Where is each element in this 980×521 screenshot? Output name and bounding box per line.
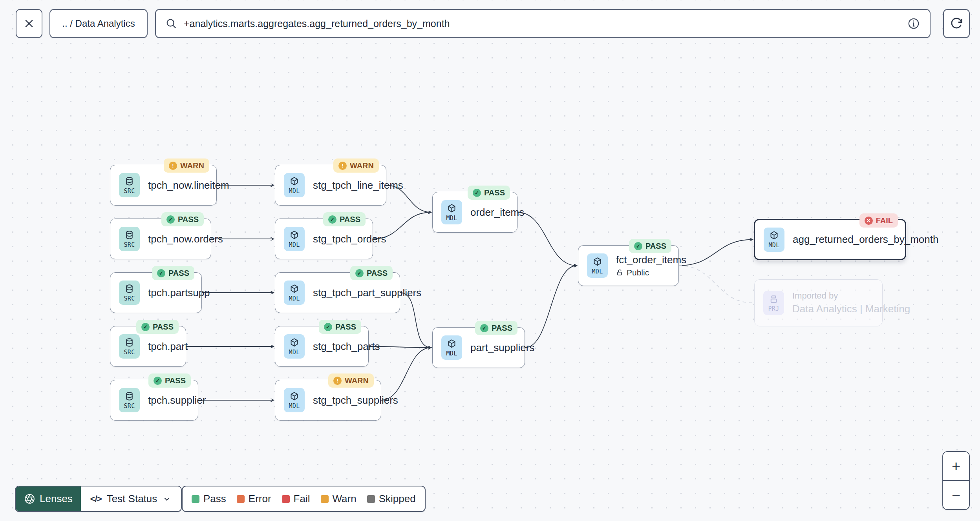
graph-node-tpch_partsupp[interactable]: ✓PASSSRCtpch.partsupp [110, 272, 202, 313]
node-title: tpch_now.orders [148, 233, 202, 245]
node-type-label: MDL [289, 403, 300, 410]
node-type-box: MDL [441, 200, 462, 224]
status-dot-icon: ✓ [328, 215, 336, 224]
node-content: stg_tpch_part_suppliers [313, 287, 391, 299]
zoom-out-button[interactable]: − [943, 481, 969, 509]
graph-node-stg_tpch_line_items[interactable]: !WARNMDLstg_tpch_line_items [275, 165, 386, 206]
status-label: WARN [180, 161, 204, 170]
node-title: stg_tpch_part_suppliers [313, 287, 391, 299]
graph-node-stg_tpch_suppliers[interactable]: !WARNMDLstg_tpch_suppliers [275, 380, 381, 421]
cube-icon [289, 337, 300, 348]
legend-item-skipped: Skipped [367, 493, 416, 505]
status-badge: !WARN [164, 158, 209, 173]
node-type-box: SRC [119, 173, 140, 197]
graph-node-part_suppliers[interactable]: ✓PASSMDLpart_suppliers [432, 327, 525, 368]
node-type-box: SRC [119, 281, 140, 305]
lenses-label: Lenses [40, 493, 73, 505]
edge-stg_tpch_suppliers-to-part_suppliers [381, 348, 431, 400]
node-type-label: MDL [446, 215, 457, 222]
status-label: PASS [367, 269, 388, 278]
node-content: stg_tpch_suppliers [313, 394, 372, 406]
node-content: fct_order_itemsPublic [616, 254, 670, 277]
legend-item-pass: Pass [192, 493, 226, 505]
graph-node-tpch_part[interactable]: ✓PASSSRCtpch.part [110, 326, 186, 367]
node-ghost-caption: Imported by [792, 291, 874, 301]
status-label: PASS [645, 242, 666, 251]
node-type-label: SRC [124, 188, 135, 195]
zoom-in-button[interactable]: + [943, 452, 969, 481]
database-icon [124, 391, 135, 402]
status-label: PASS [492, 324, 512, 333]
lens-selector[interactable]: </> Test Status [81, 486, 181, 511]
graph-node-stg_tpch_part_suppliers[interactable]: ✓PASSMDLstg_tpch_part_suppliers [275, 272, 400, 313]
node-type-box: MDL [587, 253, 608, 278]
legend-swatch [237, 495, 245, 503]
graph-node-fct_order_items[interactable]: ✓PASSMDLfct_order_itemsPublic [578, 245, 679, 286]
status-badge: ✓PASS [136, 320, 179, 334]
node-title: fct_order_items [616, 254, 670, 266]
node-title: stg_tpch_line_items [313, 179, 377, 191]
status-badge: ✓PASS [161, 212, 204, 226]
graph-node-agg_returned_orders_by_month[interactable]: ✕FAILMDLagg_returned_orders_by_month [754, 219, 906, 260]
legend-item-fail: Fail [282, 493, 310, 505]
node-type-box: MDL [764, 228, 784, 252]
graph-node-stg_tpch_parts[interactable]: ✓PASSMDLstg_tpch_parts [275, 326, 369, 367]
node-content: stg_tpch_parts [313, 341, 360, 353]
status-dot-icon: ! [333, 377, 342, 385]
node-type-label: SRC [124, 403, 135, 410]
status-label: PASS [335, 322, 356, 332]
lenses-control: Lenses </> Test Status [15, 486, 182, 512]
status-dot-icon: ✓ [634, 242, 642, 250]
status-label: FAIL [876, 216, 893, 225]
chevron-down-icon [162, 494, 172, 504]
node-type-label: MDL [446, 350, 457, 357]
node-type-box: PRJ [763, 291, 784, 315]
cube-icon [446, 339, 457, 349]
status-badge: !WARN [333, 158, 379, 173]
node-type-label: MDL [289, 349, 300, 356]
status-dot-icon: ✓ [141, 323, 150, 331]
status-dot-icon: ✓ [154, 377, 162, 385]
node-type-label: SRC [124, 241, 135, 248]
status-dot-icon: ✓ [157, 269, 165, 277]
status-label: PASS [165, 376, 186, 385]
node-content: tpch_now.lineitem [148, 179, 208, 191]
graph-node-stg_tpch_orders[interactable]: ✓PASSMDLstg_tpch_orders [275, 219, 373, 259]
edge-order_items-to-fct_order_items [517, 212, 577, 266]
node-content: tpch.supplier [148, 394, 189, 406]
node-content: Imported byData Analytics | Marketing [792, 291, 874, 315]
graph-node-imported_by[interactable]: PRJImported byData Analytics | Marketing [754, 279, 883, 326]
test-status-legend: PassErrorFailWarnSkipped [182, 486, 426, 512]
node-type-box: SRC [119, 334, 140, 359]
legend-label: Error [249, 493, 271, 505]
status-badge: ✓PASS [629, 239, 671, 253]
status-badge: ✓PASS [152, 266, 194, 280]
edge-layer [0, 0, 980, 521]
status-badge: ✓PASS [468, 186, 510, 200]
aperture-icon [24, 493, 35, 505]
node-type-label: MDL [289, 188, 300, 195]
status-badge: ✓PASS [319, 320, 361, 334]
graph-node-tpch_now_orders[interactable]: ✓PASSSRCtpch_now.orders [110, 219, 211, 259]
legend-swatch [367, 495, 375, 503]
node-title: stg_tpch_orders [313, 233, 364, 245]
database-icon [124, 176, 135, 187]
graph-node-tpch_now_lineitem[interactable]: !WARNSRCtpch_now.lineitem [110, 165, 217, 206]
node-content: tpch_now.orders [148, 233, 202, 245]
node-type-label: SRC [124, 349, 135, 356]
node-title: tpch_now.lineitem [148, 179, 208, 191]
node-access-label: Public [627, 268, 649, 277]
status-badge: ✓PASS [323, 212, 366, 226]
status-dot-icon: ! [169, 162, 177, 170]
cube-icon [289, 230, 300, 240]
status-dot-icon: ✓ [480, 324, 488, 332]
lenses-button[interactable]: Lenses [16, 486, 81, 511]
graph-node-tpch_supplier[interactable]: ✓PASSSRCtpch.supplier [110, 380, 198, 421]
legend-swatch [192, 495, 199, 503]
status-badge: ✓PASS [148, 373, 191, 388]
node-content: tpch.partsupp [148, 287, 193, 299]
unlock-icon [616, 269, 624, 277]
status-badge: ✓PASS [350, 266, 393, 280]
node-content: agg_returned_orders_by_month [793, 233, 896, 246]
graph-node-order_items[interactable]: ✓PASSMDLorder_items [432, 192, 517, 233]
